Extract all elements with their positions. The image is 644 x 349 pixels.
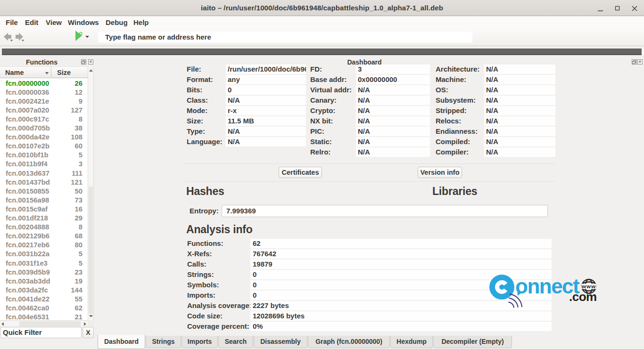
svg-text:www: www [581, 284, 596, 289]
svg-text:.com: .com [569, 290, 597, 304]
